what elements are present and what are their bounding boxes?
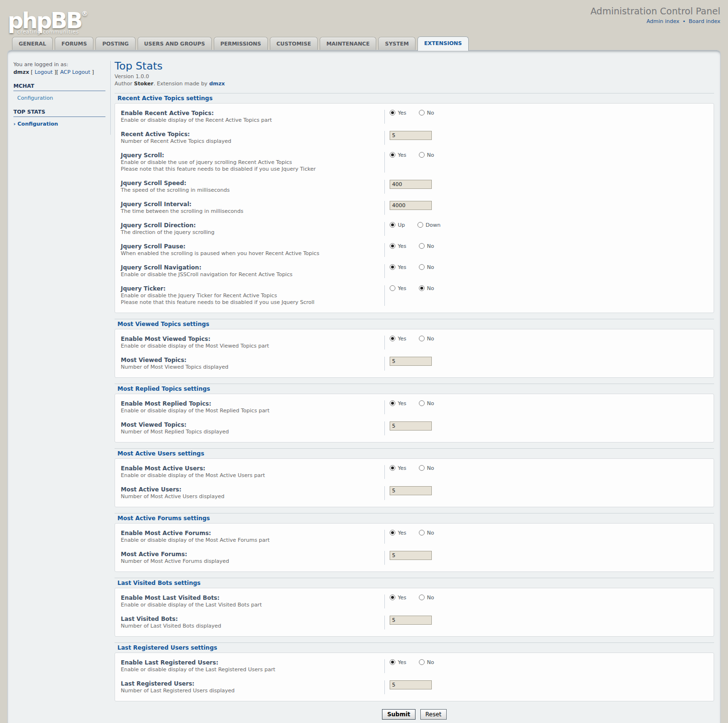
fieldset-most-replied-topics-settings: Most Replied Topics settingsEnable Most …: [115, 384, 714, 443]
number-input[interactable]: [390, 486, 432, 495]
field-explain: Enable or disable display of the Most Re…: [121, 408, 378, 414]
tab-bar: GENERALFORUMSPOSTINGUSERS AND GROUPSPERM…: [0, 36, 728, 50]
radio-option-yes[interactable]: Yes: [390, 659, 406, 665]
field-description: Enable Most Active Forums:Enable or disa…: [121, 530, 384, 544]
radio-label: Yes: [398, 285, 406, 292]
acp-logout-link[interactable]: ACP Logout: [60, 69, 90, 75]
field-label: Jquery Scroll Navigation:: [121, 264, 378, 271]
phpbb-logo: phpBB® creating communities: [8, 2, 88, 35]
field-description: Enable Most Active Users:Enable or disab…: [121, 465, 384, 479]
field-control: [384, 131, 708, 145]
radio-option-yes[interactable]: Yes: [390, 152, 406, 158]
field-label: Jquery Scroll Pause:: [121, 243, 378, 250]
sidebar-item-label: Configuration: [17, 95, 53, 101]
field-label: Recent Active Topics:: [121, 131, 378, 138]
fieldset-legend: Most Active Forums settings: [117, 515, 210, 522]
field-label: Most Active Users:: [121, 486, 378, 493]
radio-option-yes[interactable]: Yes: [390, 264, 406, 270]
logo-tagline: creating communities: [8, 29, 88, 35]
fieldset-most-viewed-topics-settings: Most Viewed Topics settingsEnable Most V…: [115, 319, 714, 378]
number-input[interactable]: [390, 357, 432, 366]
radio-icon: [419, 110, 425, 116]
sidebar-item-configuration[interactable]: Configuration: [13, 94, 105, 102]
radio-option-no[interactable]: No: [419, 243, 434, 249]
number-input[interactable]: [390, 421, 432, 431]
settings-row: Enable Most Viewed Topics:Enable or disa…: [115, 332, 714, 353]
radio-option-no[interactable]: No: [419, 400, 434, 407]
tab-customise[interactable]: CUSTOMISE: [270, 37, 318, 50]
field-description: Enable Last Registered Users:Enable or d…: [121, 659, 384, 673]
author-middle: . Extension made by: [153, 81, 209, 87]
tab-users-and-groups[interactable]: USERS AND GROUPS: [138, 37, 212, 50]
tab-posting[interactable]: POSTING: [95, 37, 135, 50]
sidebar-inner: You are logged in as: dmzx [ Logout ][ A…: [13, 61, 111, 135]
fieldset-legend: Last Visited Bots settings: [117, 580, 200, 586]
radio-option-yes[interactable]: Yes: [390, 400, 406, 407]
radio-option-yes[interactable]: Yes: [390, 336, 406, 342]
radio-option-no[interactable]: No: [419, 152, 434, 158]
field-label: Jquery Scroll Interval:: [121, 201, 378, 208]
fieldset-box: Enable Last Registered Users:Enable or d…: [115, 653, 714, 701]
field-description: Most Active Users:Number of Most Active …: [121, 486, 384, 500]
settings-row: Jquery Ticker:Enable or disable the Jque…: [115, 282, 714, 310]
radio-option-no[interactable]: No: [419, 336, 434, 342]
field-explain: Number of Recent Active Topics displayed: [121, 138, 378, 145]
field-explain: Enable or disable display of the Recent …: [121, 117, 378, 124]
sidebar-item-configuration[interactable]: ›Configuration: [13, 120, 105, 128]
radio-label: No: [427, 465, 434, 471]
radio-icon: [390, 465, 395, 471]
field-control: YesNo: [384, 400, 708, 414]
radio-option-no[interactable]: No: [419, 264, 434, 270]
field-explain: When enabled the scrolling is paused whe…: [121, 250, 378, 257]
radio-label: Yes: [398, 595, 406, 601]
tab-general[interactable]: GENERAL: [12, 37, 53, 50]
tab-forums[interactable]: FORUMS: [55, 37, 93, 50]
radio-option-no[interactable]: No: [419, 659, 434, 665]
board-index-link[interactable]: Board index: [689, 18, 720, 24]
radio-option-no[interactable]: No: [419, 595, 434, 601]
settings-row: Enable Recent Active Topics:Enable or di…: [115, 106, 714, 128]
radio-option-down[interactable]: Down: [417, 222, 440, 228]
extension-version: Version 1.0.0: [115, 73, 714, 80]
number-input[interactable]: [390, 680, 432, 689]
radio-option-yes[interactable]: Yes: [390, 285, 406, 292]
number-input[interactable]: [390, 616, 432, 625]
fieldset-legend: Most Active Users settings: [117, 450, 204, 457]
radio-option-yes[interactable]: Yes: [390, 465, 406, 471]
radio-option-no[interactable]: No: [419, 465, 434, 471]
radio-option-no[interactable]: No: [419, 110, 434, 116]
author-prefix: Author: [115, 81, 134, 87]
number-input[interactable]: [390, 201, 432, 210]
tab-extensions[interactable]: EXTENSIONS: [417, 36, 469, 51]
field-description: Jquery Ticker:Enable or disable the Jque…: [121, 285, 384, 306]
radio-icon: [419, 264, 425, 270]
field-control: [384, 421, 708, 435]
content-area: Top Stats Version 1.0.0 Author Stoker. E…: [111, 50, 720, 723]
bullet-separator: •: [682, 18, 686, 24]
settings-row: Jquery Scroll Interval:The time between …: [115, 198, 714, 219]
radio-option-yes[interactable]: Yes: [390, 530, 406, 536]
number-input[interactable]: [390, 180, 432, 189]
field-control: [384, 616, 708, 630]
tab-permissions[interactable]: PERMISSIONS: [214, 37, 268, 50]
field-explain: Please note that this feature needs to b…: [121, 166, 378, 173]
settings-row: Enable Last Registered Users:Enable or d…: [115, 656, 714, 677]
tab-system[interactable]: SYSTEM: [378, 37, 416, 50]
author-dmzx-link[interactable]: dmzx: [209, 81, 225, 87]
radio-option-yes[interactable]: Yes: [390, 110, 406, 116]
header-right: Administration Control Panel Admin index…: [590, 6, 720, 24]
radio-option-up[interactable]: Up: [390, 222, 405, 228]
admin-index-link[interactable]: Admin index: [647, 18, 680, 24]
tab-maintenance[interactable]: MAINTENANCE: [320, 37, 376, 50]
radio-icon: [390, 595, 395, 600]
number-input[interactable]: [390, 551, 432, 560]
radio-option-no[interactable]: No: [419, 530, 434, 536]
reset-button[interactable]: Reset: [420, 709, 447, 720]
logout-link[interactable]: Logout: [35, 69, 53, 75]
number-input[interactable]: [390, 131, 432, 140]
radio-option-no[interactable]: No: [419, 285, 434, 292]
fieldset-box: Enable Recent Active Topics:Enable or di…: [115, 103, 714, 313]
radio-option-yes[interactable]: Yes: [390, 595, 406, 601]
submit-button[interactable]: Submit: [382, 709, 416, 720]
radio-option-yes[interactable]: Yes: [390, 243, 406, 249]
